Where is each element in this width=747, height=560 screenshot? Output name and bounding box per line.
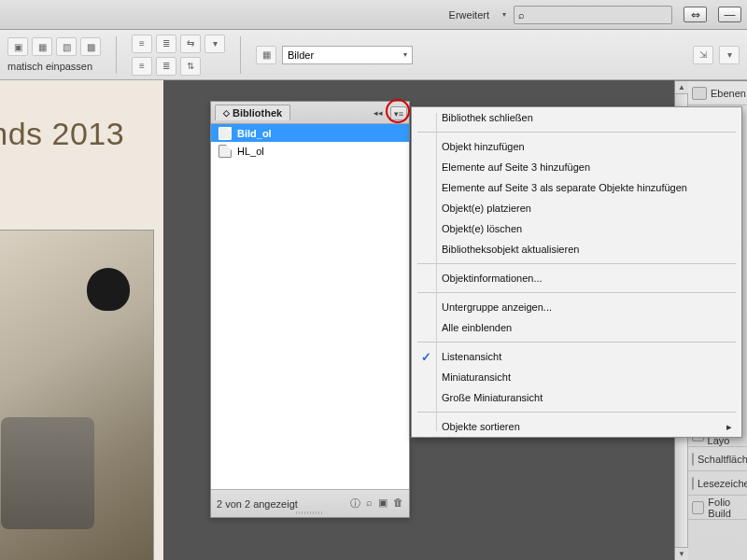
search-icon: ⌕ <box>518 9 525 21</box>
frame-center-icon[interactable]: ▩ <box>80 37 101 56</box>
dock-item-folio-builder[interactable]: Folio Build <box>688 496 747 520</box>
search-input[interactable] <box>529 9 668 21</box>
menu-list-view[interactable]: Listenansicht <box>412 346 741 367</box>
image-detail-1 <box>87 268 130 311</box>
dock-label: Folio Build <box>708 497 747 519</box>
scroll-up-icon[interactable]: ▲ <box>675 81 688 94</box>
frame-fit-content-icon[interactable]: ▣ <box>7 37 28 56</box>
placed-image[interactable] <box>0 230 154 560</box>
dropdown-caret-icon[interactable]: ▾ <box>502 10 506 19</box>
content-type-icon[interactable]: ▦ <box>256 46 276 64</box>
delete-icon[interactable]: 🗑 <box>393 497 403 511</box>
search-input-container[interactable]: ⌕ <box>514 6 672 24</box>
menu-add-elements-page3-separate[interactable]: Elemente auf Seite 3 als separate Objekt… <box>412 177 741 198</box>
tab-sort-icon: ◇ <box>223 108 230 118</box>
dock-label: Lesezeiche <box>698 478 747 489</box>
panel-collapse-icon[interactable]: ◂◂ <box>370 105 387 119</box>
title-bar: Erweitert ▾ ⌕ ⇔ — <box>0 0 747 30</box>
find-icon[interactable]: ⌕ <box>366 497 373 511</box>
menu-close-library[interactable]: Bibliothek schließen <box>412 107 741 128</box>
library-flyout-menu: Bibliothek schließen Objekt hinzufügen E… <box>411 106 742 438</box>
menu-place-objects[interactable]: Objekt(e) platzieren <box>412 198 741 218</box>
window-minimize-button[interactable]: — <box>718 7 741 22</box>
library-item-name: Bild_ol <box>237 128 272 139</box>
tab-label: Bibliothek <box>233 107 282 119</box>
panel-resize-grip-icon[interactable] <box>296 511 324 514</box>
panel-tabbar: ◇ Bibliothek ◂◂ ✕ <box>211 102 409 124</box>
distribute-vertical-icon[interactable]: ⇅ <box>180 57 201 76</box>
align-top-icon[interactable]: ≣ <box>156 35 176 53</box>
frame-fill-proportionally-icon[interactable]: ▦ <box>32 37 52 56</box>
info-icon[interactable]: ⓘ <box>350 497 360 511</box>
dock-item-ebenen[interactable]: Ebenen <box>688 81 747 105</box>
menu-add-elements-page3[interactable]: Elemente auf Seite 3 hinzufügen <box>412 157 741 177</box>
link-more-dropdown-icon[interactable]: ▾ <box>719 46 740 64</box>
menu-show-subgroup[interactable]: Untergruppe anzeigen... <box>412 297 741 317</box>
document-canvas[interactable]: rends 2013 <box>0 80 163 560</box>
panel-status-bar: 2 von 2 angezeigt ⓘ ⌕ ▣ 🗑 <box>211 489 409 517</box>
frame-fit-frame-icon[interactable]: ▧ <box>56 37 77 56</box>
menu-update-library-object[interactable]: Bibliotheksobjekt aktualisieren <box>412 239 741 259</box>
auto-fit-label: matisch einpassen <box>7 60 92 72</box>
image-detail-2 <box>1 417 94 529</box>
layers-icon <box>692 87 707 100</box>
distribute-horizontal-icon[interactable]: ⇆ <box>180 35 201 53</box>
menu-object-info[interactable]: Objektinformationen... <box>412 268 741 288</box>
menu-delete-objects[interactable]: Objekt(e) löschen <box>412 218 741 239</box>
menu-thumbnail-view[interactable]: Miniaturansicht <box>412 367 741 387</box>
menu-show-all[interactable]: Alle einblenden <box>412 317 741 338</box>
workspace-mode-label[interactable]: Erweitert <box>444 9 495 21</box>
more-align-dropdown-icon[interactable]: ▾ <box>204 35 225 53</box>
folio-icon <box>692 501 704 514</box>
library-item[interactable]: Bild_ol <box>211 124 409 142</box>
menu-add-object[interactable]: Objekt hinzufügen <box>412 136 741 157</box>
chevron-down-icon: ▾ <box>403 50 407 59</box>
buttons-icon <box>692 453 694 466</box>
dock-item-buttons[interactable]: Schaltfläch <box>688 447 747 471</box>
panel-flyout-menu-button[interactable]: ▾≡ <box>390 106 407 120</box>
window-arrange-button[interactable]: ⇔ <box>684 7 707 22</box>
file-icon <box>218 127 232 140</box>
library-tab[interactable]: ◇ Bibliothek <box>215 105 290 120</box>
bookmarks-icon <box>692 477 694 490</box>
library-item-name: HL_ol <box>237 146 264 157</box>
file-icon <box>218 145 232 158</box>
content-type-dropdown[interactable]: Bilder ▾ <box>282 46 413 64</box>
align-right-icon[interactable]: ≡ <box>132 57 152 76</box>
scroll-down-icon[interactable]: ▼ <box>675 547 688 560</box>
menu-sort-objects[interactable]: Objekte sortieren <box>412 416 741 437</box>
dock-item-bookmarks[interactable]: Lesezeiche <box>688 471 747 496</box>
library-list[interactable]: Bild_ol HL_ol <box>211 124 409 489</box>
align-bottom-icon[interactable]: ≣ <box>156 57 176 76</box>
dock-label: Schaltfläch <box>698 454 747 465</box>
menu-large-thumbnail-view[interactable]: Große Miniaturansicht <box>412 387 741 408</box>
link-options-icon[interactable]: ⇲ <box>693 46 713 64</box>
library-panel: ◇ Bibliothek ◂◂ ✕ Bild_ol HL_ol 2 von 2 … <box>210 101 410 518</box>
status-text: 2 von 2 angezeigt <box>217 498 298 510</box>
align-left-icon[interactable]: ≡ <box>132 35 152 53</box>
page-heading: rends 2013 <box>0 116 124 152</box>
content-type-value: Bilder <box>288 49 314 61</box>
dock-label: Ebenen <box>711 88 746 99</box>
control-toolbar: ▣ ▦ ▧ ▩ matisch einpassen ≡ ≣ ⇆ ▾ ≡ ≣ ⇅ … <box>0 30 747 80</box>
new-item-icon[interactable]: ▣ <box>378 497 388 511</box>
library-item[interactable]: HL_ol <box>211 142 409 160</box>
